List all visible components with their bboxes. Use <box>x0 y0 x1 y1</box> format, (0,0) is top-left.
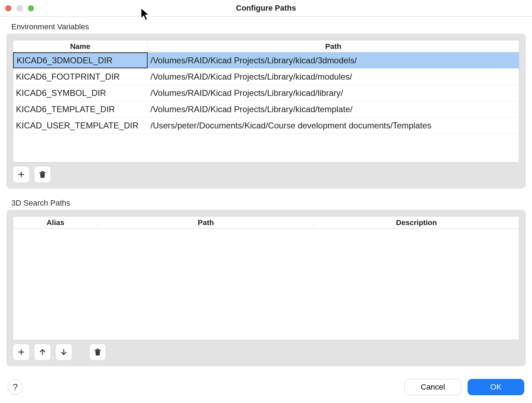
minimize-window-button[interactable] <box>17 5 23 11</box>
env-cell-path[interactable]: /Volumes/RAID/Kicad Projects/Library/kic… <box>148 69 519 85</box>
env-cell-path[interactable]: /Volumes/RAID/Kicad Projects/Library/kic… <box>148 101 519 117</box>
ok-button[interactable]: OK <box>468 379 524 395</box>
env-delete-button[interactable] <box>34 166 51 183</box>
env-cell-name[interactable]: KICAD6_FOOTPRINT_DIR <box>13 69 148 85</box>
env-cell-path[interactable]: /Volumes/RAID/Kicad Projects/Library/kic… <box>148 85 519 101</box>
search-table[interactable]: Alias Path Description <box>13 216 519 340</box>
dialog-footer: ? Cancel OK <box>0 374 532 403</box>
env-table[interactable]: Name Path KICAD6_3DMODEL_DIR /Volumes/RA… <box>13 40 519 162</box>
table-row[interactable]: KICAD6_TEMPLATE_DIR /Volumes/RAID/Kicad … <box>13 101 519 117</box>
close-window-button[interactable] <box>5 5 11 11</box>
search-col-description[interactable]: Description <box>314 217 519 229</box>
search-toolbar <box>13 344 519 361</box>
search-panel: Alias Path Description <box>6 210 526 366</box>
env-table-header: Name Path <box>13 40 519 52</box>
env-toolbar <box>13 166 519 183</box>
search-table-empty-area <box>13 229 519 340</box>
help-button[interactable]: ? <box>8 380 23 395</box>
env-col-name[interactable]: Name <box>13 40 148 52</box>
search-section-label: 3D Search Paths <box>11 198 526 208</box>
env-add-button[interactable] <box>13 166 30 183</box>
env-table-empty-area <box>13 134 519 162</box>
search-move-down-button[interactable] <box>55 344 72 361</box>
env-cell-name[interactable]: KICAD6_3DMODEL_DIR <box>13 52 148 68</box>
env-panel: Name Path KICAD6_3DMODEL_DIR /Volumes/RA… <box>6 34 526 189</box>
env-section-label: Environment Variables <box>11 22 526 31</box>
env-cell-name[interactable]: KICAD_USER_TEMPLATE_DIR <box>13 117 148 133</box>
trash-icon <box>93 348 102 356</box>
window-controls <box>5 5 34 11</box>
env-cell-name[interactable]: KICAD6_SYMBOL_DIR <box>13 85 148 101</box>
table-row[interactable]: KICAD6_SYMBOL_DIR /Volumes/RAID/Kicad Pr… <box>13 85 519 101</box>
search-move-up-button[interactable] <box>34 344 51 361</box>
env-col-path[interactable]: Path <box>148 40 519 52</box>
titlebar: Configure Paths <box>0 0 532 17</box>
search-col-path[interactable]: Path <box>98 217 314 229</box>
trash-icon <box>38 170 47 179</box>
arrow-up-icon <box>38 348 47 356</box>
zoom-window-button[interactable] <box>28 5 34 11</box>
arrow-down-icon <box>59 348 68 356</box>
search-col-alias[interactable]: Alias <box>13 217 98 229</box>
table-row[interactable]: KICAD6_FOOTPRINT_DIR /Volumes/RAID/Kicad… <box>13 69 519 85</box>
search-add-button[interactable] <box>13 344 30 361</box>
plus-icon <box>17 170 25 179</box>
env-cell-path[interactable]: /Users/peter/Documents/Kicad/Course deve… <box>148 117 519 133</box>
search-table-header: Alias Path Description <box>13 217 519 229</box>
cancel-button[interactable]: Cancel <box>405 379 461 395</box>
env-cell-path[interactable]: /Volumes/RAID/Kicad Projects/Library/kic… <box>148 52 519 68</box>
plus-icon <box>17 348 25 356</box>
window-title: Configure Paths <box>0 4 532 13</box>
search-delete-button[interactable] <box>89 344 106 361</box>
table-row[interactable]: KICAD_USER_TEMPLATE_DIR /Users/peter/Doc… <box>13 117 519 134</box>
env-cell-name[interactable]: KICAD6_TEMPLATE_DIR <box>13 101 148 117</box>
table-row[interactable]: KICAD6_3DMODEL_DIR /Volumes/RAID/Kicad P… <box>13 52 519 69</box>
